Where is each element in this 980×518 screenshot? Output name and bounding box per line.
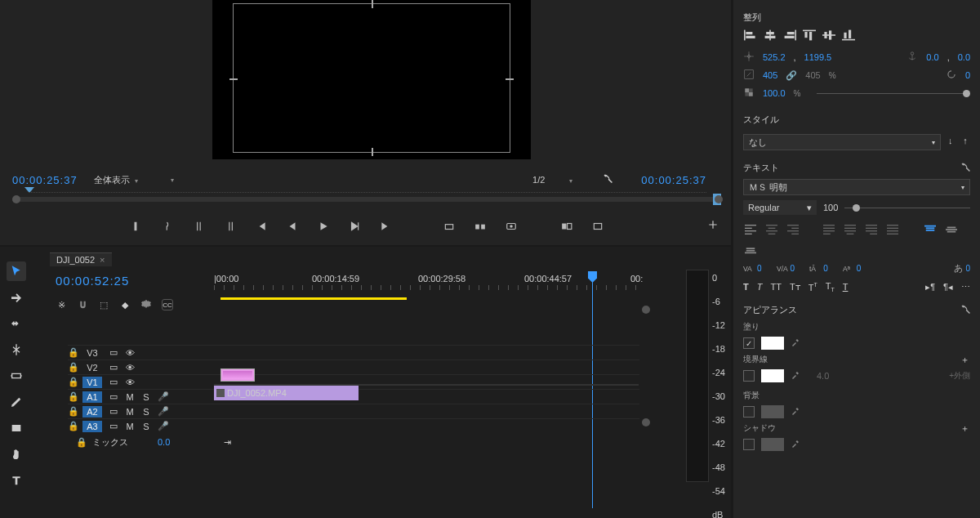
ltr-icon[interactable]: ▸¶ xyxy=(925,282,935,292)
stroke-checkbox[interactable] xyxy=(743,370,755,382)
selection-tool-icon[interactable] xyxy=(7,261,26,281)
bracket-out-icon[interactable] xyxy=(223,219,238,234)
kerning-field[interactable]: V/A0 xyxy=(777,264,795,274)
expand-icon[interactable]: ⇥ xyxy=(224,437,231,448)
faux-bold-icon[interactable]: T xyxy=(743,282,749,292)
text-align-center-icon[interactable] xyxy=(764,223,779,236)
rotation-value[interactable]: 0 xyxy=(965,70,970,80)
vert-align-bot-icon[interactable] xyxy=(743,243,758,256)
settings-icon[interactable] xyxy=(140,299,152,310)
vert-align-mid-icon[interactable] xyxy=(944,223,959,236)
text-align-left-icon[interactable] xyxy=(743,223,758,236)
track-v2[interactable]: 🔒V2▭👁 xyxy=(68,359,639,374)
allcaps-icon[interactable]: TT xyxy=(770,282,781,292)
clip-video[interactable]: DJI_0052.MP4 xyxy=(214,386,359,400)
compare-icon[interactable] xyxy=(559,219,574,234)
playhead-marker[interactable] xyxy=(713,194,721,205)
mix-value[interactable]: 0.0 xyxy=(158,437,170,447)
lock-icon[interactable]: 🔒 xyxy=(76,437,87,448)
justify-left-icon[interactable] xyxy=(822,223,836,236)
toggle-output-icon[interactable]: ▭ xyxy=(109,377,118,387)
align-hcenter-icon[interactable] xyxy=(763,29,777,42)
mic-icon[interactable]: 🎤 xyxy=(158,421,167,431)
text-align-right-icon[interactable] xyxy=(786,223,800,236)
pos-x-value[interactable]: 525.2 xyxy=(763,52,786,62)
align-left-icon[interactable] xyxy=(743,29,758,42)
lock-icon[interactable]: 🔒 xyxy=(68,347,76,358)
mark-in-icon[interactable] xyxy=(130,219,145,234)
track-a2[interactable]: 🔒A2▭MS🎤 xyxy=(68,404,639,418)
anchor-y-value[interactable]: 0.0 xyxy=(958,52,970,62)
eye-icon[interactable]: 👁 xyxy=(125,363,135,373)
goto-in-icon[interactable] xyxy=(254,219,269,234)
toggle-output-icon[interactable]: ▭ xyxy=(109,362,118,373)
zoom-level-select[interactable]: 全体表示▾ xyxy=(94,174,138,186)
sequence-tab[interactable]: DJI_0052× xyxy=(50,252,112,266)
font-size-slider[interactable] xyxy=(844,208,970,208)
meter-track[interactable] xyxy=(686,270,709,482)
mute-icon[interactable]: M xyxy=(125,422,135,431)
push-style-down-icon[interactable]: ↓ xyxy=(946,135,956,146)
solo-icon[interactable]: S xyxy=(141,392,151,402)
pos-y-value[interactable]: 1199.5 xyxy=(804,52,832,62)
add-button-icon[interactable] xyxy=(707,219,719,230)
justify-center-icon[interactable] xyxy=(843,223,858,236)
wrench-icon[interactable] xyxy=(601,174,612,185)
lock-icon[interactable]: 🔒 xyxy=(68,362,76,373)
marker-icon[interactable]: ◆ xyxy=(119,299,131,310)
opacity-slider[interactable] xyxy=(817,93,970,94)
align-bottom-icon[interactable] xyxy=(841,29,856,42)
lift-icon[interactable] xyxy=(442,219,457,234)
justify-right-icon[interactable] xyxy=(864,223,879,236)
shadow-checkbox[interactable] xyxy=(743,439,755,450)
mic-icon[interactable]: 🎤 xyxy=(158,391,167,402)
toggle-output-icon[interactable]: ▭ xyxy=(109,421,118,431)
rect-tool-icon[interactable] xyxy=(7,418,26,438)
safe-margin-icon[interactable] xyxy=(590,219,605,234)
fill-checkbox[interactable] xyxy=(743,337,755,349)
toggle-output-icon[interactable]: ▭ xyxy=(109,347,118,358)
faux-italic-icon[interactable]: T xyxy=(757,282,763,292)
solo-icon[interactable]: S xyxy=(141,422,151,431)
slip-tool-icon[interactable] xyxy=(7,366,26,386)
push-style-up-icon[interactable]: ↑ xyxy=(960,135,970,146)
lock-icon[interactable]: 🔒 xyxy=(68,406,76,417)
play-icon[interactable] xyxy=(316,219,331,234)
bg-checkbox[interactable] xyxy=(743,406,755,418)
step-fwd-icon[interactable] xyxy=(347,219,362,234)
cc-icon[interactable]: CC xyxy=(162,299,173,310)
stroke-position[interactable]: +外側 xyxy=(949,370,970,382)
fill-swatch[interactable] xyxy=(761,337,784,350)
opacity-value[interactable]: 100.0 xyxy=(763,88,786,98)
solo-icon[interactable]: S xyxy=(141,407,151,417)
bracket-in-icon[interactable] xyxy=(192,219,207,234)
track-select-tool-icon[interactable] xyxy=(7,288,26,307)
superscript-icon[interactable]: TT xyxy=(808,282,817,292)
mute-icon[interactable]: M xyxy=(125,407,135,417)
align-top-icon[interactable] xyxy=(802,29,817,42)
program-scrubber[interactable] xyxy=(12,192,723,208)
eyedropper-icon[interactable] xyxy=(791,406,800,418)
step-back-icon[interactable] xyxy=(285,219,300,234)
program-in-timecode[interactable]: 00:00:25:37 xyxy=(12,174,78,186)
more-icon[interactable]: ⋯ xyxy=(961,282,970,292)
smallcaps-icon[interactable]: Tᴛ xyxy=(790,282,800,292)
justify-all-icon[interactable] xyxy=(885,223,900,236)
lock-icon[interactable]: 🔒 xyxy=(68,377,76,387)
work-area-bar[interactable] xyxy=(220,297,407,300)
lock-icon[interactable]: 🔒 xyxy=(68,421,76,431)
type-tool-icon[interactable] xyxy=(7,471,26,490)
eye-icon[interactable]: 👁 xyxy=(125,377,135,387)
playhead-timecode[interactable]: 00:00:52:25 xyxy=(49,267,212,294)
eyedropper-icon[interactable] xyxy=(791,370,800,382)
rtl-icon[interactable]: ¶◂ xyxy=(943,282,953,292)
font-weight-select[interactable]: Regular▾ xyxy=(743,200,817,215)
shadow-swatch[interactable] xyxy=(761,438,784,451)
underline-icon[interactable]: T xyxy=(843,282,849,292)
subscript-icon[interactable]: TT xyxy=(826,281,835,292)
playback-res-select[interactable]: 1/2▾ xyxy=(532,175,572,185)
razor-tool-icon[interactable] xyxy=(7,340,26,359)
tsume-field[interactable]: あ0 xyxy=(954,262,970,275)
stroke-width[interactable]: 4.0 xyxy=(817,371,829,381)
style-select[interactable]: なし▾ xyxy=(743,134,941,150)
